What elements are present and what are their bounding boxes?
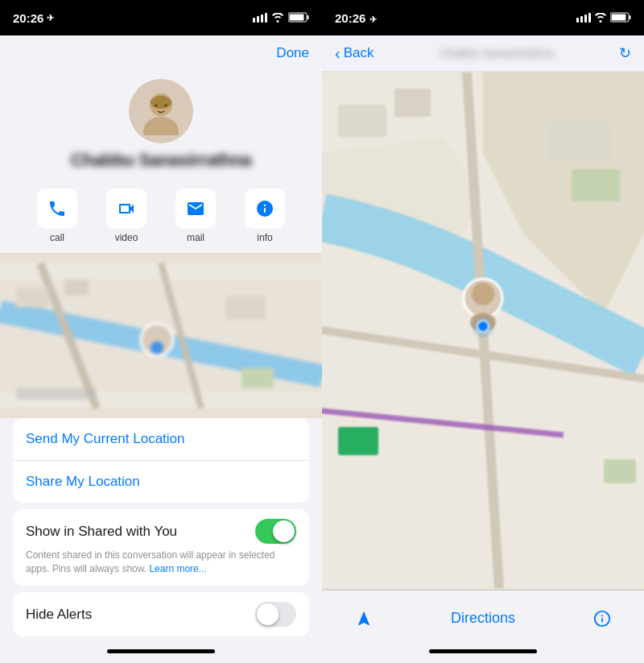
svg-point-8 xyxy=(143,117,179,135)
svg-rect-27 xyxy=(576,18,579,23)
video-icon-box xyxy=(106,189,147,229)
show-shared-toggle[interactable] xyxy=(255,519,296,544)
right-wifi-icon xyxy=(594,11,610,25)
signal-icon xyxy=(253,11,267,25)
info-label: info xyxy=(257,232,272,243)
video-label: video xyxy=(115,232,138,243)
location-arrow-icon: ✈ xyxy=(47,13,54,23)
hide-alerts-row: Hide Alerts xyxy=(13,592,309,636)
back-button[interactable]: ‹ Back xyxy=(335,44,374,63)
left-home-indicator xyxy=(107,649,215,653)
right-home-area xyxy=(322,646,644,663)
hide-alerts-label: Hide Alerts xyxy=(26,607,92,623)
done-button[interactable]: Done xyxy=(276,45,309,61)
send-location-item[interactable]: Send My Current Location xyxy=(13,418,309,461)
back-label: Back xyxy=(344,45,374,61)
right-contact-name: Chabbu Sanasirrathna xyxy=(380,47,613,60)
left-status-bar: 20:26 ✈ xyxy=(0,0,322,35)
toggle-row: Show in Shared with You xyxy=(26,519,296,544)
svg-point-16 xyxy=(264,205,266,206)
svg-rect-53 xyxy=(601,618,603,623)
right-location-icon: ✈ xyxy=(369,15,377,24)
directions-button[interactable]: Directions xyxy=(451,610,515,627)
location-list: Send My Current Location Share My Locati… xyxy=(13,418,309,503)
learn-more-link[interactable]: Learn more... xyxy=(149,563,206,574)
phone-icon xyxy=(47,199,67,218)
hide-alerts-toggle[interactable] xyxy=(255,602,296,627)
right-status-bar: 20:26 ✈ xyxy=(322,0,644,35)
toggle-section: Show in Shared with You Content shared i… xyxy=(13,509,309,586)
right-map xyxy=(322,71,644,590)
share-location-item[interactable]: Share My Location xyxy=(13,461,309,503)
navigate-icon-button[interactable] xyxy=(348,603,380,635)
svg-rect-17 xyxy=(264,208,266,213)
toggle-knob-off xyxy=(257,603,279,625)
right-status-icons xyxy=(576,11,631,25)
svg-rect-3 xyxy=(265,13,267,23)
svg-rect-0 xyxy=(253,18,255,23)
info-icon-box xyxy=(245,189,285,229)
wifi-icon xyxy=(271,11,284,25)
svg-rect-28 xyxy=(580,16,583,23)
refresh-button[interactable]: ↻ xyxy=(619,44,631,62)
bottom-bar: Directions xyxy=(322,590,644,646)
mail-button[interactable]: mail xyxy=(166,189,225,243)
left-top-bar: Done xyxy=(0,35,322,71)
video-button[interactable]: video xyxy=(97,189,156,243)
call-button[interactable]: call xyxy=(27,189,87,243)
svg-rect-32 xyxy=(612,14,626,20)
mail-icon-box xyxy=(175,189,216,229)
left-panel: 20:26 ✈ Done xyxy=(0,0,322,663)
info-button[interactable]: info xyxy=(235,189,295,243)
call-icon-box xyxy=(37,189,77,229)
contact-header: Chabbu Sanasirrathna xyxy=(0,71,322,180)
svg-rect-33 xyxy=(630,15,631,19)
svg-rect-1 xyxy=(257,16,259,23)
action-buttons: call video mail xyxy=(0,180,322,253)
toggle-description: Content shared in this conversation will… xyxy=(26,549,296,576)
left-status-icons xyxy=(253,11,309,25)
right-top-bar: ‹ Back Chabbu Sanasirrathna ↻ xyxy=(322,35,644,71)
avatar-image xyxy=(137,87,185,135)
toggle-knob xyxy=(273,520,295,542)
left-time: 20:26 ✈ xyxy=(13,11,54,25)
svg-rect-29 xyxy=(584,15,587,23)
back-chevron-icon: ‹ xyxy=(335,44,341,63)
right-home-indicator xyxy=(429,649,537,653)
location-arrow-icon xyxy=(355,610,373,628)
time-text: 20:26 xyxy=(13,11,43,25)
avatar xyxy=(129,79,193,143)
info-circle-icon xyxy=(593,610,611,628)
left-map xyxy=(0,253,322,418)
left-home-area xyxy=(0,643,322,663)
mail-icon xyxy=(186,199,205,218)
info-icon xyxy=(255,199,275,218)
contact-name: Chabbu Sanasirrathna xyxy=(71,150,252,171)
svg-rect-2 xyxy=(261,15,263,23)
mail-label: mail xyxy=(187,232,204,243)
battery-icon xyxy=(288,11,309,25)
info-circle-button[interactable] xyxy=(586,603,618,635)
svg-point-14 xyxy=(151,96,171,109)
right-time: 20:26 ✈ xyxy=(335,11,377,25)
svg-rect-5 xyxy=(290,14,304,20)
svg-rect-30 xyxy=(588,13,591,23)
right-signal-icon xyxy=(576,11,594,25)
right-panel: 20:26 ✈ ‹ Back Chabbu Sanasirrathna ↻ xyxy=(322,0,644,663)
right-time-text: 20:26 xyxy=(335,11,365,25)
svg-point-52 xyxy=(601,615,603,616)
video-icon xyxy=(117,199,136,218)
right-battery-icon xyxy=(610,11,631,25)
svg-rect-6 xyxy=(308,15,309,19)
show-shared-label: Show in Shared with You xyxy=(26,524,177,540)
call-label: call xyxy=(50,232,64,243)
hide-alerts-section: Hide Alerts xyxy=(13,592,309,636)
